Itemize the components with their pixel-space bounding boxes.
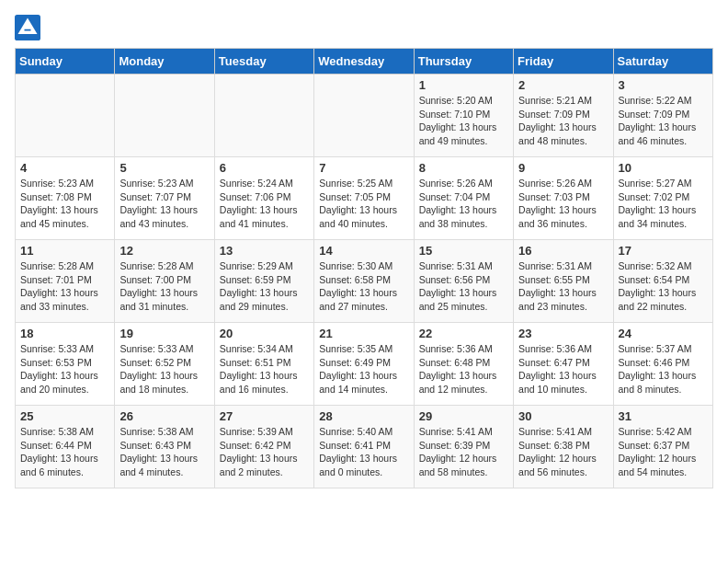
header-day-friday: Friday bbox=[514, 49, 613, 75]
calendar-cell: 11Sunrise: 5:28 AM Sunset: 7:01 PM Dayli… bbox=[16, 240, 115, 323]
day-number: 16 bbox=[518, 244, 608, 258]
header-day-tuesday: Tuesday bbox=[214, 49, 313, 75]
calendar-cell: 15Sunrise: 5:31 AM Sunset: 6:56 PM Dayli… bbox=[414, 240, 513, 323]
day-info: Sunrise: 5:33 AM Sunset: 6:52 PM Dayligh… bbox=[119, 342, 209, 396]
day-number: 25 bbox=[20, 409, 109, 423]
day-number: 11 bbox=[20, 244, 109, 258]
day-number: 19 bbox=[119, 327, 209, 340]
day-info: Sunrise: 5:23 AM Sunset: 7:08 PM Dayligh… bbox=[20, 177, 109, 231]
calendar-cell: 23Sunrise: 5:36 AM Sunset: 6:47 PM Dayli… bbox=[514, 323, 613, 406]
day-info: Sunrise: 5:41 AM Sunset: 6:38 PM Dayligh… bbox=[518, 425, 608, 479]
day-number: 10 bbox=[619, 161, 708, 175]
svg-rect-2 bbox=[25, 29, 31, 31]
calendar-week-4: 18Sunrise: 5:33 AM Sunset: 6:53 PM Dayli… bbox=[16, 323, 713, 406]
day-number: 18 bbox=[20, 327, 109, 340]
calendar-cell: 28Sunrise: 5:40 AM Sunset: 6:41 PM Dayli… bbox=[314, 406, 414, 488]
day-number: 15 bbox=[419, 244, 508, 258]
calendar-header-row: SundayMondayTuesdayWednesdayThursdayFrid… bbox=[16, 49, 713, 75]
day-info: Sunrise: 5:32 AM Sunset: 6:54 PM Dayligh… bbox=[619, 259, 708, 314]
header-day-thursday: Thursday bbox=[414, 49, 513, 75]
day-info: Sunrise: 5:26 AM Sunset: 7:03 PM Dayligh… bbox=[518, 177, 608, 231]
calendar-cell: 30Sunrise: 5:41 AM Sunset: 6:38 PM Dayli… bbox=[514, 406, 613, 488]
day-number: 13 bbox=[220, 244, 309, 258]
calendar-week-5: 25Sunrise: 5:38 AM Sunset: 6:44 PM Dayli… bbox=[16, 406, 713, 488]
calendar-cell: 1Sunrise: 5:20 AM Sunset: 7:10 PM Daylig… bbox=[414, 75, 513, 157]
day-number: 27 bbox=[220, 409, 309, 423]
day-info: Sunrise: 5:28 AM Sunset: 7:01 PM Dayligh… bbox=[20, 259, 109, 314]
calendar-cell bbox=[214, 75, 313, 157]
day-number: 28 bbox=[319, 409, 408, 423]
calendar-cell: 29Sunrise: 5:41 AM Sunset: 6:39 PM Dayli… bbox=[414, 406, 513, 488]
day-info: Sunrise: 5:37 AM Sunset: 6:46 PM Dayligh… bbox=[619, 342, 708, 396]
day-info: Sunrise: 5:21 AM Sunset: 7:09 PM Dayligh… bbox=[518, 94, 608, 148]
calendar-table: SundayMondayTuesdayWednesdayThursdayFrid… bbox=[15, 48, 713, 488]
calendar-cell: 12Sunrise: 5:28 AM Sunset: 7:00 PM Dayli… bbox=[115, 240, 214, 323]
day-info: Sunrise: 5:36 AM Sunset: 6:47 PM Dayligh… bbox=[518, 342, 608, 396]
calendar-cell: 31Sunrise: 5:42 AM Sunset: 6:37 PM Dayli… bbox=[613, 406, 712, 488]
day-info: Sunrise: 5:30 AM Sunset: 6:58 PM Dayligh… bbox=[319, 259, 408, 314]
day-number: 22 bbox=[419, 327, 508, 340]
calendar-week-2: 4Sunrise: 5:23 AM Sunset: 7:08 PM Daylig… bbox=[16, 157, 713, 240]
day-number: 6 bbox=[220, 161, 309, 175]
day-number: 17 bbox=[619, 244, 708, 258]
calendar-cell: 14Sunrise: 5:30 AM Sunset: 6:58 PM Dayli… bbox=[314, 240, 414, 323]
calendar-cell: 8Sunrise: 5:26 AM Sunset: 7:04 PM Daylig… bbox=[414, 157, 513, 240]
calendar-cell: 7Sunrise: 5:25 AM Sunset: 7:05 PM Daylig… bbox=[314, 157, 414, 240]
day-info: Sunrise: 5:40 AM Sunset: 6:41 PM Dayligh… bbox=[319, 425, 408, 479]
calendar-cell: 4Sunrise: 5:23 AM Sunset: 7:08 PM Daylig… bbox=[16, 157, 115, 240]
calendar-cell: 24Sunrise: 5:37 AM Sunset: 6:46 PM Dayli… bbox=[613, 323, 712, 406]
day-info: Sunrise: 5:34 AM Sunset: 6:51 PM Dayligh… bbox=[220, 342, 309, 396]
day-number: 30 bbox=[518, 409, 608, 423]
day-info: Sunrise: 5:42 AM Sunset: 6:37 PM Dayligh… bbox=[619, 425, 708, 479]
day-number: 26 bbox=[119, 409, 209, 423]
day-number: 4 bbox=[20, 161, 109, 175]
calendar-cell: 10Sunrise: 5:27 AM Sunset: 7:02 PM Dayli… bbox=[613, 157, 712, 240]
day-number: 24 bbox=[619, 327, 708, 340]
header-day-saturday: Saturday bbox=[613, 49, 712, 75]
header-day-sunday: Sunday bbox=[16, 49, 115, 75]
calendar-cell: 9Sunrise: 5:26 AM Sunset: 7:03 PM Daylig… bbox=[514, 157, 613, 240]
day-info: Sunrise: 5:35 AM Sunset: 6:49 PM Dayligh… bbox=[319, 342, 408, 396]
calendar-cell bbox=[115, 75, 214, 157]
day-info: Sunrise: 5:29 AM Sunset: 6:59 PM Dayligh… bbox=[220, 259, 309, 314]
calendar-cell: 20Sunrise: 5:34 AM Sunset: 6:51 PM Dayli… bbox=[214, 323, 313, 406]
day-number: 23 bbox=[518, 327, 608, 340]
day-number: 12 bbox=[119, 244, 209, 258]
day-number: 14 bbox=[319, 244, 408, 258]
day-info: Sunrise: 5:39 AM Sunset: 6:42 PM Dayligh… bbox=[220, 425, 309, 479]
day-number: 31 bbox=[619, 409, 708, 423]
day-info: Sunrise: 5:22 AM Sunset: 7:09 PM Dayligh… bbox=[619, 94, 708, 148]
calendar-cell: 2Sunrise: 5:21 AM Sunset: 7:09 PM Daylig… bbox=[514, 75, 613, 157]
header-day-monday: Monday bbox=[115, 49, 214, 75]
day-info: Sunrise: 5:23 AM Sunset: 7:07 PM Dayligh… bbox=[119, 177, 209, 231]
day-number: 1 bbox=[419, 78, 508, 92]
day-number: 20 bbox=[220, 327, 309, 340]
calendar-cell: 18Sunrise: 5:33 AM Sunset: 6:53 PM Dayli… bbox=[16, 323, 115, 406]
calendar-week-3: 11Sunrise: 5:28 AM Sunset: 7:01 PM Dayli… bbox=[16, 240, 713, 323]
day-number: 21 bbox=[319, 327, 408, 340]
day-info: Sunrise: 5:38 AM Sunset: 6:43 PM Dayligh… bbox=[119, 425, 209, 479]
header-day-wednesday: Wednesday bbox=[314, 49, 414, 75]
day-info: Sunrise: 5:31 AM Sunset: 6:56 PM Dayligh… bbox=[419, 259, 508, 314]
calendar-cell: 27Sunrise: 5:39 AM Sunset: 6:42 PM Dayli… bbox=[214, 406, 313, 488]
day-info: Sunrise: 5:26 AM Sunset: 7:04 PM Dayligh… bbox=[419, 177, 508, 231]
day-number: 7 bbox=[319, 161, 408, 175]
day-info: Sunrise: 5:33 AM Sunset: 6:53 PM Dayligh… bbox=[20, 342, 109, 396]
day-number: 5 bbox=[119, 161, 209, 175]
logo bbox=[15, 15, 44, 40]
day-number: 9 bbox=[518, 161, 608, 175]
calendar-cell: 17Sunrise: 5:32 AM Sunset: 6:54 PM Dayli… bbox=[613, 240, 712, 323]
calendar-week-1: 1Sunrise: 5:20 AM Sunset: 7:10 PM Daylig… bbox=[16, 75, 713, 157]
calendar-cell: 5Sunrise: 5:23 AM Sunset: 7:07 PM Daylig… bbox=[115, 157, 214, 240]
calendar-cell bbox=[314, 75, 414, 157]
day-info: Sunrise: 5:31 AM Sunset: 6:55 PM Dayligh… bbox=[518, 259, 608, 314]
calendar-cell: 25Sunrise: 5:38 AM Sunset: 6:44 PM Dayli… bbox=[16, 406, 115, 488]
page-header bbox=[15, 15, 713, 40]
day-number: 2 bbox=[518, 78, 608, 92]
calendar-cell: 16Sunrise: 5:31 AM Sunset: 6:55 PM Dayli… bbox=[514, 240, 613, 323]
calendar-cell: 6Sunrise: 5:24 AM Sunset: 7:06 PM Daylig… bbox=[214, 157, 313, 240]
day-info: Sunrise: 5:27 AM Sunset: 7:02 PM Dayligh… bbox=[619, 177, 708, 231]
day-info: Sunrise: 5:28 AM Sunset: 7:00 PM Dayligh… bbox=[119, 259, 209, 314]
day-info: Sunrise: 5:38 AM Sunset: 6:44 PM Dayligh… bbox=[20, 425, 109, 479]
day-info: Sunrise: 5:25 AM Sunset: 7:05 PM Dayligh… bbox=[319, 177, 408, 231]
